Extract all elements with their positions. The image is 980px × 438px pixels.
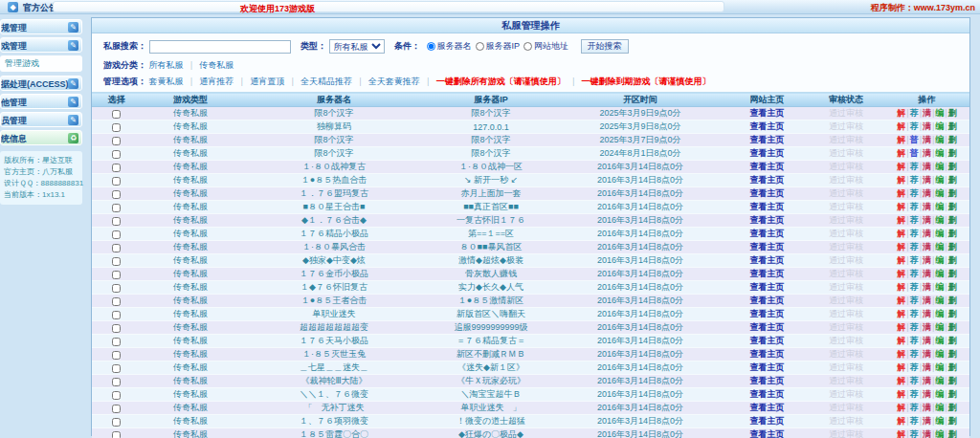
action-full-link[interactable]: 满	[923, 309, 931, 318]
action-edit-link[interactable]: 编	[935, 282, 944, 292]
view-homepage-link[interactable]: 查看主页	[750, 322, 785, 332]
action-recommend-link[interactable]: 荐	[910, 215, 919, 225]
type-select[interactable]: 所有私服	[329, 39, 385, 54]
action-full-link[interactable]: 满	[923, 376, 931, 385]
action-normal-link[interactable]: 普	[910, 148, 919, 158]
action-full-link[interactable]: 满	[923, 336, 931, 345]
action-full-link[interactable]: 满	[923, 269, 931, 278]
view-homepage-link[interactable]: 查看主页	[750, 242, 785, 252]
action-edit-link[interactable]: 编	[935, 229, 944, 238]
action-full-link[interactable]: 满	[923, 403, 931, 412]
action-delete-link[interactable]: 删	[948, 242, 957, 252]
action-recommend-link[interactable]: 荐	[910, 416, 919, 426]
action-edit-link[interactable]: 编	[935, 296, 944, 305]
view-homepage-link[interactable]: 查看主页	[750, 376, 785, 385]
option-link[interactable]: 全天套黄推荐	[368, 77, 420, 86]
sidebar-subitem-manage-games[interactable]: 管理游戏	[0, 55, 82, 72]
action-full-link[interactable]: 满	[923, 242, 931, 252]
action-full-link[interactable]: 满	[923, 255, 931, 265]
view-homepage-link[interactable]: 查看主页	[750, 403, 785, 412]
row-checkbox[interactable]	[112, 150, 121, 159]
view-homepage-link[interactable]: 查看主页	[750, 229, 785, 238]
action-unlock-link[interactable]: 解	[897, 362, 905, 372]
recycle-icon[interactable]: ♻	[68, 133, 78, 143]
row-checkbox[interactable]	[112, 110, 121, 119]
view-homepage-link[interactable]: 查看主页	[750, 215, 785, 225]
action-unlock-link[interactable]: 解	[897, 322, 905, 332]
action-edit-link[interactable]: 编	[935, 162, 944, 171]
action-edit-link[interactable]: 编	[935, 269, 944, 278]
action-unlock-link[interactable]: 解	[897, 135, 905, 144]
action-full-link[interactable]: 满	[923, 135, 931, 144]
action-edit-link[interactable]: 编	[935, 242, 944, 252]
row-checkbox[interactable]	[112, 244, 121, 252]
row-checkbox[interactable]	[112, 351, 121, 360]
action-edit-link[interactable]: 编	[935, 429, 944, 438]
action-full-link[interactable]: 满	[923, 389, 931, 399]
danger-option-link[interactable]: 一键删除所有游戏〔请谨慎使用〕	[436, 77, 566, 86]
action-recommend-link[interactable]: 荐	[910, 362, 919, 372]
row-checkbox[interactable]	[112, 431, 121, 438]
view-homepage-link[interactable]: 查看主页	[750, 255, 785, 265]
action-delete-link[interactable]: 删	[948, 309, 957, 318]
action-unlock-link[interactable]: 解	[897, 229, 905, 238]
action-unlock-link[interactable]: 解	[897, 429, 905, 438]
view-homepage-link[interactable]: 查看主页	[750, 202, 785, 211]
action-unlock-link[interactable]: 解	[897, 296, 905, 305]
row-checkbox[interactable]	[112, 311, 121, 319]
action-delete-link[interactable]: 删	[948, 429, 957, 438]
row-checkbox[interactable]	[112, 378, 121, 386]
row-checkbox[interactable]	[112, 137, 121, 145]
action-delete-link[interactable]: 删	[948, 229, 957, 238]
condition-radio-1[interactable]	[476, 42, 484, 51]
option-link[interactable]: 所有私服	[149, 60, 184, 70]
action-edit-link[interactable]: 编	[935, 389, 944, 399]
action-edit-link[interactable]: 编	[935, 121, 944, 131]
action-delete-link[interactable]: 删	[948, 376, 957, 385]
action-unlock-link[interactable]: 解	[897, 349, 905, 359]
action-delete-link[interactable]: 删	[948, 416, 957, 426]
edit-icon[interactable]: ✎	[68, 115, 78, 125]
danger-option-link[interactable]: 一键删除到期游戏〔请谨慎使用〕	[581, 77, 710, 86]
action-edit-link[interactable]: 编	[935, 416, 944, 426]
action-edit-link[interactable]: 编	[935, 309, 944, 318]
action-delete-link[interactable]: 删	[948, 336, 957, 345]
view-homepage-link[interactable]: 查看主页	[750, 162, 785, 171]
row-checkbox[interactable]	[112, 204, 121, 212]
action-recommend-link[interactable]: 荐	[910, 376, 919, 385]
action-delete-link[interactable]: 删	[948, 403, 957, 412]
action-delete-link[interactable]: 删	[948, 282, 957, 292]
action-edit-link[interactable]: 编	[935, 255, 944, 265]
action-recommend-link[interactable]: 荐	[910, 242, 919, 252]
action-delete-link[interactable]: 删	[948, 121, 957, 131]
sidebar-item-general[interactable]: 常规管理 ✎	[0, 19, 82, 34]
action-full-link[interactable]: 满	[923, 188, 931, 198]
action-delete-link[interactable]: 删	[948, 322, 957, 332]
action-edit-link[interactable]: 编	[935, 376, 944, 385]
action-unlock-link[interactable]: 解	[897, 242, 905, 252]
action-edit-link[interactable]: 编	[935, 202, 944, 211]
edit-icon[interactable]: ✎	[68, 22, 78, 33]
view-homepage-link[interactable]: 查看主页	[750, 188, 785, 198]
action-recommend-link[interactable]: 荐	[910, 309, 919, 318]
action-delete-link[interactable]: 删	[948, 108, 957, 118]
sidebar-item-data-access[interactable]: 数据处理(ACCESS) ✎	[0, 76, 82, 91]
action-recommend-link[interactable]: 荐	[910, 349, 919, 359]
row-checkbox[interactable]	[112, 405, 121, 413]
action-unlock-link[interactable]: 解	[897, 269, 905, 278]
action-full-link[interactable]: 满	[923, 429, 931, 438]
action-recommend-link[interactable]: 荐	[910, 175, 919, 185]
action-edit-link[interactable]: 编	[935, 362, 944, 372]
action-recommend-link[interactable]: 荐	[910, 389, 919, 399]
action-full-link[interactable]: 满	[923, 108, 931, 118]
action-unlock-link[interactable]: 解	[897, 215, 905, 225]
action-full-link[interactable]: 满	[923, 296, 931, 305]
action-full-link[interactable]: 满	[923, 362, 931, 372]
action-edit-link[interactable]: 编	[935, 215, 944, 225]
action-recommend-link[interactable]: 荐	[910, 282, 919, 292]
action-full-link[interactable]: 满	[923, 175, 931, 185]
view-homepage-link[interactable]: 查看主页	[750, 135, 785, 144]
action-recommend-link[interactable]: 荐	[910, 429, 919, 438]
action-unlock-link[interactable]: 解	[897, 175, 905, 185]
action-full-link[interactable]: 满	[923, 202, 931, 211]
